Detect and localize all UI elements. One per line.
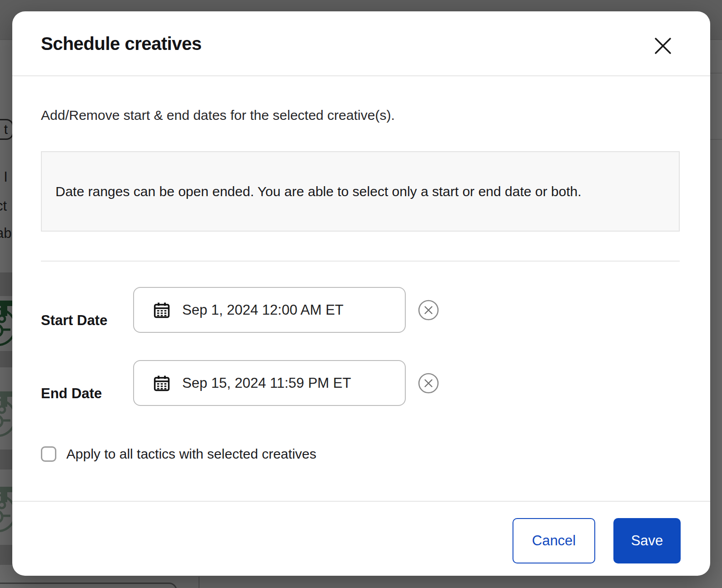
- background-card-fragment: [0, 583, 177, 588]
- info-note-box: Date ranges can be open ended. You are a…: [41, 151, 680, 232]
- end-date-label: End Date: [41, 385, 102, 402]
- schedule-creatives-dialog: Schedule creatives Add/Remove start & en…: [12, 11, 710, 576]
- end-date-input[interactable]: Sep 15, 2024 11:59 PM ET: [133, 360, 406, 406]
- screen: t t I ct ab Schedule cr: [0, 0, 722, 588]
- circle-x-icon: [418, 299, 439, 321]
- background-row-line: [709, 139, 722, 140]
- clear-end-date-button[interactable]: [418, 372, 439, 394]
- info-note-text: Date ranges can be open ended. You are a…: [55, 178, 582, 205]
- dialog-description: Add/Remove start & end dates for the sel…: [41, 108, 395, 123]
- background-row-band: [0, 272, 14, 296]
- background-text-fragment: ct: [0, 198, 7, 214]
- calendar-icon: [152, 301, 171, 320]
- save-button[interactable]: Save: [613, 518, 681, 563]
- end-date-value: Sep 15, 2024 11:59 PM ET: [182, 375, 351, 391]
- start-date-label: Start Date: [41, 312, 107, 329]
- background-row-band: [0, 450, 14, 469]
- dialog-footer: Cancel Save: [12, 501, 710, 576]
- dialog-header: Schedule creatives: [12, 11, 710, 76]
- background-text-fragment: ab: [0, 225, 11, 242]
- clear-start-date-button[interactable]: [418, 299, 439, 321]
- background-row-line: [709, 73, 722, 74]
- calendar-icon: [152, 374, 171, 393]
- cancel-button[interactable]: Cancel: [513, 518, 595, 563]
- background-tag-fragment: t: [0, 119, 14, 140]
- background-row-band: [0, 545, 14, 565]
- apply-all-row[interactable]: Apply to all tactics with selected creat…: [41, 446, 316, 462]
- background-tag-text: t: [4, 122, 8, 137]
- background-column-divider: [199, 577, 199, 588]
- section-divider: [41, 261, 680, 262]
- close-icon: [652, 35, 673, 56]
- apply-all-label: Apply to all tactics with selected creat…: [66, 446, 316, 462]
- close-button[interactable]: [651, 34, 675, 58]
- apply-all-checkbox[interactable]: [41, 446, 56, 462]
- circle-x-icon: [418, 372, 439, 394]
- start-date-input[interactable]: Sep 1, 2024 12:00 AM ET: [133, 287, 406, 333]
- start-date-value: Sep 1, 2024 12:00 AM ET: [182, 302, 344, 318]
- dialog-title: Schedule creatives: [41, 11, 201, 76]
- background-text-fragment: t I: [0, 169, 8, 185]
- background-row-band: [0, 351, 14, 367]
